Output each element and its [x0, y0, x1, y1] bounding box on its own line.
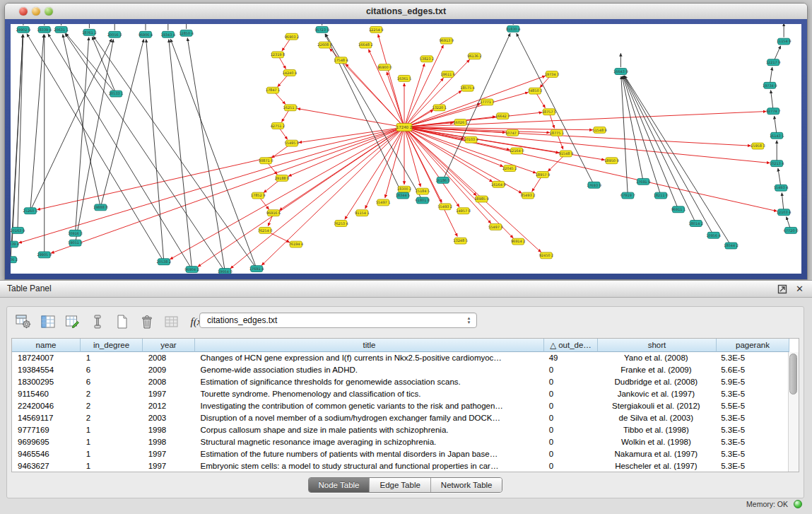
graph-node[interactable]: 16164 9: [491, 181, 506, 187]
column-header[interactable]: in_degree: [81, 339, 143, 352]
graph-node[interactable]: 16251 3: [283, 105, 298, 111]
graph-node[interactable]: 19664 0: [218, 269, 233, 274]
table-row[interactable]: 1872400712008Changes of HCN gene express…: [12, 352, 788, 364]
graph-node[interactable]: 18344 5: [396, 192, 411, 199]
scrollbar-thumb[interactable]: [789, 354, 797, 395]
graph-node[interactable]: 19611 6: [440, 71, 455, 78]
graph-node[interactable]: 55495 8: [285, 140, 300, 146]
graph-node[interactable]: 20538 2: [157, 259, 172, 265]
table-row[interactable]: 1938455462009Genome-wide association stu…: [12, 364, 788, 376]
column-header[interactable]: △ out_de…: [544, 339, 598, 352]
table-row[interactable]: 1830029562008Estimation of significance …: [12, 376, 788, 388]
graph-node[interactable]: 96913 9: [439, 37, 454, 44]
table-row[interactable]: 969969511998Structural magnetic resonanc…: [12, 436, 788, 448]
graph-node[interactable]: 12850 4: [179, 30, 194, 36]
graph-node[interactable]: 61801 8: [416, 197, 430, 204]
graph-node[interactable]: 76254 0: [258, 227, 273, 233]
table-options-button[interactable]: [14, 313, 33, 331]
graph-node[interactable]: 18985 9: [474, 196, 489, 202]
merge-rows-button[interactable]: [88, 313, 107, 331]
graph-node[interactable]: 59051 5: [68, 240, 83, 246]
graph-node[interactable]: 13248 5: [453, 238, 468, 244]
graph-node[interactable]: 18211 0: [654, 192, 669, 199]
graph-node[interactable]: 81830 4: [506, 25, 521, 32]
graph-node[interactable]: 51548 9: [592, 127, 607, 133]
graph-node[interactable]: 17691 4: [249, 266, 264, 272]
graph-node[interactable]: 16186 0: [435, 177, 450, 183]
graph-node[interactable]: 16643 9: [613, 69, 628, 75]
graph-node[interactable]: 19734 9: [763, 82, 777, 88]
table-row[interactable]: 911546021997Tourette syndrome. Phenomeno…: [12, 388, 788, 400]
graph-node[interactable]: 18339 4: [37, 26, 52, 33]
graph-node[interactable]: 16642 7: [495, 113, 510, 119]
graph-node[interactable]: 19888 8: [93, 204, 108, 211]
graph-node[interactable]: 55493 2: [437, 204, 452, 210]
network-canvas[interactable]: 17240 222608 817548 416648 296900 016361…: [11, 24, 801, 274]
graph-node[interactable]: 18839 4: [11, 241, 19, 247]
graph-node[interactable]: 12254 9: [369, 26, 384, 33]
graph-node[interactable]: 25260 5: [23, 208, 38, 214]
graph-node[interactable]: 53823 2: [420, 56, 435, 62]
graph-node[interactable]: 96906 4: [139, 31, 153, 37]
graph-node[interactable]: 76253 4: [334, 221, 348, 227]
graph-node[interactable]: 17548 4: [334, 57, 348, 64]
tab-network-table[interactable]: Network Table: [430, 478, 502, 492]
graph-node[interactable]: 92774 7: [766, 108, 781, 115]
graph-node[interactable]: 67720 0: [784, 227, 799, 233]
graph-node[interactable]: 67919 7: [620, 192, 635, 199]
column-header[interactable]: pagerank: [717, 339, 789, 352]
graph-node[interactable]: 14240 4: [283, 70, 298, 76]
table-select-dropdown[interactable]: citations_edges.txt ▲▼: [199, 313, 477, 328]
graph-node[interactable]: 18300 2: [397, 186, 412, 192]
graph-node[interactable]: 96914 2: [511, 238, 526, 245]
graph-node[interactable]: 18761 2: [82, 29, 97, 35]
column-header[interactable]: short: [598, 339, 717, 352]
table-row[interactable]: 1456911722003Disruption of a novel membe…: [12, 412, 788, 424]
graph-node[interactable]: 95723 9: [314, 26, 329, 33]
graph-node[interactable]: 16143 5: [770, 132, 784, 139]
window-titlebar[interactable]: citations_edges.txt: [5, 4, 807, 20]
graph-node[interactable]: 29188 8: [275, 175, 290, 181]
table-row[interactable]: 977716911998Corpus callosum shape and si…: [12, 424, 788, 436]
tab-edge-table[interactable]: Edge Table: [369, 478, 430, 492]
graph-node[interactable]: 10956 4: [706, 232, 721, 238]
graph-node[interactable]: 19734 3: [545, 71, 560, 78]
graph-node[interactable]: 18950 9: [604, 158, 619, 164]
new-table-button[interactable]: [113, 313, 131, 331]
graph-node[interactable]: 96904 2: [184, 267, 199, 273]
new-column-button[interactable]: [64, 313, 82, 331]
graph-node[interactable]: 85493 2: [521, 192, 536, 199]
graph-node[interactable]: 96903 2: [285, 33, 300, 40]
delete-table-button[interactable]: [138, 313, 156, 331]
graph-node[interactable]: 17847 1: [266, 87, 281, 93]
graph-node[interactable]: 12217 9: [766, 59, 781, 66]
graph-node[interactable]: 10213 4: [770, 160, 784, 167]
graph-node[interactable]: 11154 9: [777, 38, 792, 45]
graph-node[interactable]: 22608 8: [317, 42, 332, 48]
tab-node-table[interactable]: Node Table: [309, 478, 370, 492]
graph-node[interactable]: 15184 5: [416, 188, 430, 194]
graph-node[interactable]: 74850 3: [528, 88, 543, 94]
graph-node[interactable]: 17240 2: [396, 124, 413, 132]
graph-node[interactable]: 96906 2: [11, 257, 18, 263]
graph-node[interactable]: 96136 2: [467, 53, 482, 59]
table-row[interactable]: 2242004622012Investigating the contribut…: [12, 400, 788, 412]
graph-node[interactable]: 17771 7: [480, 99, 495, 105]
graph-node[interactable]: 91548 9: [559, 151, 574, 157]
graph-node[interactable]: 30871 0: [259, 158, 273, 164]
graph-node[interactable]: 17691 9: [636, 178, 651, 185]
graph-node[interactable]: 16648 2: [358, 42, 373, 48]
graph-node[interactable]: 18575 4: [460, 85, 475, 91]
graph-node[interactable]: 12103 4: [777, 209, 792, 216]
graph-node[interactable]: 96916 6: [266, 210, 281, 216]
graph-node[interactable]: 12319 8: [271, 52, 286, 58]
graph-node[interactable]: 18044 2: [724, 243, 739, 249]
table-row[interactable]: 946554611997Estimation of the future num…: [12, 448, 788, 460]
column-header[interactable]: year: [143, 339, 195, 352]
graph-node[interactable]: 76194 4: [289, 241, 304, 247]
graph-node[interactable]: 18957 9: [536, 172, 551, 178]
graph-node[interactable]: 29902 9: [16, 26, 31, 33]
graph-node[interactable]: 16361 5: [397, 75, 412, 81]
graph-node[interactable]: 12164 0: [510, 148, 524, 154]
close-panel-icon[interactable]: ✕: [796, 283, 804, 296]
